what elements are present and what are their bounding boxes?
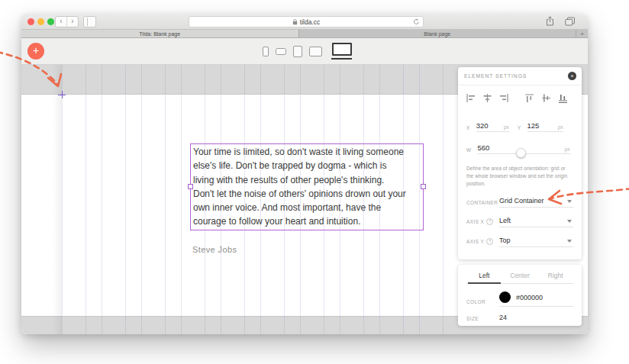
close-window-button[interactable] [27, 18, 34, 25]
device-preview-switcher [263, 38, 352, 64]
axis-y-label: AXIS Y ? [466, 238, 499, 247]
help-circle-icon[interactable]: ? [486, 218, 493, 225]
x-input[interactable]: 320 px [476, 121, 509, 132]
phone-portrait-icon[interactable] [263, 47, 269, 56]
desktop-view-selected[interactable] [331, 43, 352, 60]
tab-align-right[interactable]: Right [537, 272, 573, 283]
browser-titlebar: ‹ › tilda.cc [21, 14, 588, 30]
text-align-tabs: Left Center Right [466, 272, 573, 284]
x-unit: px [504, 124, 509, 130]
new-tab-button[interactable]: + [576, 30, 588, 37]
y-field-label: Y [518, 124, 521, 132]
color-input[interactable]: #000000 [499, 292, 573, 307]
tablet-landscape-icon[interactable] [309, 47, 322, 56]
panel-header: ELEMENT SETTINGS [458, 67, 582, 85]
tab-tilda-blank-page[interactable]: Tilda: Blank page [21, 30, 298, 37]
tab-title: Tilda: Blank page [139, 31, 180, 37]
author-text-block[interactable]: Steve Jobs [192, 245, 237, 254]
editor-toolbar: + SAVE CLOSE ? … [21, 38, 588, 65]
browser-window: ‹ › tilda.cc Tilda: Blank page Blank pag… [21, 14, 588, 334]
container-dropdown[interactable]: Grid Container [499, 197, 573, 208]
y-value: 125 [527, 121, 555, 130]
minimize-window-button[interactable] [37, 18, 44, 25]
tab-bar: Tilda: Blank page Blank page + [21, 30, 588, 38]
color-label: COLOR [466, 299, 499, 307]
selected-text-block[interactable]: Your time is limited, so don't waste it … [190, 143, 424, 230]
size-label: SIZE [466, 316, 499, 324]
width-slider-knob[interactable] [516, 148, 526, 158]
chevron-down-icon [567, 240, 572, 243]
size-input[interactable]: 24 [499, 314, 573, 324]
grid-left-shade [53, 65, 62, 334]
grid-origin-marker [58, 91, 66, 98]
color-value: #000000 [516, 294, 573, 301]
tablet-portrait-icon[interactable] [293, 46, 302, 57]
width-field-label: W [466, 147, 472, 154]
resize-handle-right[interactable] [421, 184, 426, 189]
chevron-down-icon [567, 220, 572, 223]
container-value: Grid Container [499, 197, 567, 205]
y-input[interactable]: 125 px [527, 121, 563, 132]
quote-text[interactable]: Your time is limited, so don't waste it … [193, 145, 423, 229]
add-block-button[interactable]: + [27, 43, 44, 60]
reload-icon[interactable] [413, 18, 420, 27]
lock-icon [292, 19, 298, 25]
tab-blank-page[interactable]: Blank page [298, 30, 576, 37]
tabs-overview-icon[interactable] [563, 16, 576, 26]
color-swatch[interactable] [499, 292, 511, 303]
panel-description: Define the area of object orientation: g… [466, 165, 573, 188]
axis-x-value: Left [499, 217, 567, 224]
align-right-icon[interactable] [499, 93, 509, 103]
nav-buttons: ‹ › [55, 16, 79, 27]
width-input[interactable]: 560 px [478, 143, 570, 154]
tab-title: Blank page [424, 31, 450, 37]
help-circle-icon[interactable]: ? [486, 238, 493, 245]
align-bottom-icon[interactable] [558, 93, 568, 103]
share-icon[interactable] [544, 16, 556, 26]
panel-title: ELEMENT SETTINGS [464, 73, 527, 79]
tab-align-left[interactable]: Left [466, 272, 502, 283]
url-text: tilda.cc [300, 18, 320, 26]
container-label: CONTAINER [466, 200, 499, 208]
forward-button[interactable]: › [67, 17, 78, 27]
align-center-horizontal-icon[interactable] [482, 93, 492, 103]
active-device-underline [331, 58, 352, 60]
element-settings-panel: ELEMENT SETTINGS × X 320 [458, 67, 582, 326]
phone-landscape-icon[interactable] [276, 48, 286, 55]
align-middle-vertical-icon[interactable] [541, 93, 551, 103]
back-button[interactable]: ‹ [56, 17, 67, 27]
address-bar[interactable]: tilda.cc [189, 16, 424, 27]
chevron-down-icon [567, 200, 572, 203]
axis-x-dropdown[interactable]: Left [499, 217, 573, 227]
x-value: 320 [476, 121, 501, 130]
axis-y-value: Top [499, 237, 567, 244]
axis-y-dropdown[interactable]: Top [499, 237, 573, 247]
size-value: 24 [499, 314, 573, 321]
tab-align-center[interactable]: Center [502, 272, 538, 283]
width-unit: px [565, 147, 570, 152]
panel-close-button[interactable]: × [568, 72, 576, 80]
align-left-icon[interactable] [466, 93, 476, 103]
axis-x-label: AXIS X ? [466, 218, 499, 227]
resize-handle-left[interactable] [188, 184, 193, 189]
desktop-icon [332, 43, 352, 56]
alignment-controls [458, 85, 582, 109]
align-top-icon[interactable] [524, 93, 534, 103]
y-unit: px [558, 124, 563, 130]
zoom-window-button[interactable] [47, 18, 54, 25]
x-field-label: X [466, 124, 470, 132]
sidebar-toggle-button[interactable] [83, 16, 96, 27]
